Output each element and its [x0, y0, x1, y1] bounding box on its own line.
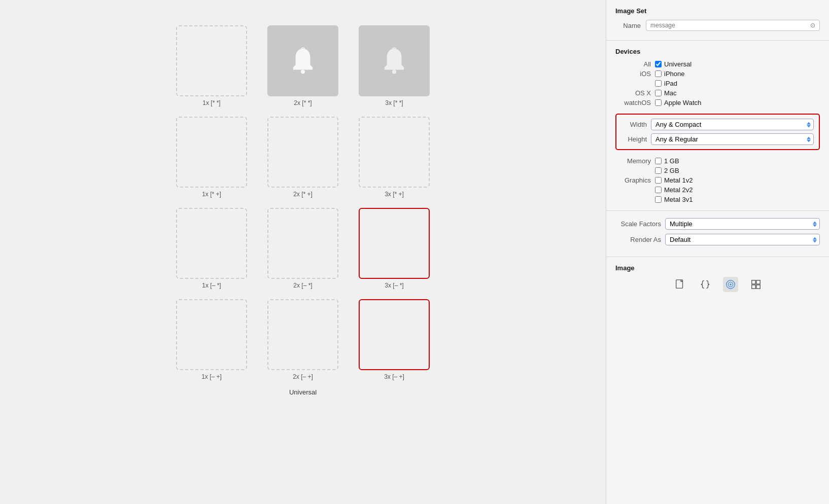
image-set-title: Image Set — [615, 7, 820, 15]
devices-title: Devices — [615, 48, 820, 55]
svg-point-5 — [730, 283, 732, 285]
mem-1gb-checkbox[interactable] — [655, 158, 662, 164]
cell-3x-minus-plus[interactable]: 3x [– +] — [354, 289, 435, 380]
scale-select[interactable]: Multiple Individual Single — [665, 218, 820, 230]
image-set-section: Image Set Name message ⊙ — [606, 0, 829, 41]
slot-1x-star-star[interactable] — [176, 25, 247, 96]
slot-1x-star-plus[interactable] — [176, 117, 247, 188]
apple-watch-checkbox[interactable] — [655, 99, 662, 106]
memory-row-1gb: Memory 1 GB — [615, 157, 820, 165]
iphone-label: iPhone — [664, 70, 684, 78]
cell-1x-minus-plus[interactable]: 1x [– +] — [171, 289, 252, 380]
clear-icon[interactable]: ⊙ — [810, 22, 815, 29]
slot-2x-minus-plus[interactable] — [267, 299, 338, 370]
memory-label: Memory — [615, 157, 651, 165]
graphics-label: Graphics — [615, 176, 651, 184]
height-select-wrapper: Any & Regular Any & Compact Compact Regu… — [651, 133, 814, 145]
width-select[interactable]: Any & Compact Any & Regular Compact Regu… — [651, 119, 814, 130]
svg-rect-8 — [751, 285, 755, 289]
g1v2-label: Metal 1v2 — [664, 176, 693, 184]
slot-3x-minus-star[interactable] — [359, 208, 430, 279]
cell-2x-star-star[interactable]: 2x [* *] — [262, 15, 343, 106]
mac-label: Mac — [664, 89, 677, 97]
render-row: Render As Default Original Template — [615, 234, 820, 245]
device-row-osx: OS X Mac — [615, 89, 820, 97]
ipad-checkbox-group: iPad — [655, 80, 677, 87]
label-1x-star-star: 1x [* *] — [202, 99, 220, 106]
slot-2x-star-star[interactable] — [267, 25, 338, 96]
memory-row-2gb: 2 GB — [615, 167, 820, 174]
universal-checkbox[interactable] — [655, 61, 662, 67]
cell-1x-star-star[interactable]: 1x [* *] — [171, 15, 252, 106]
svg-point-0 — [301, 70, 305, 74]
mem-2gb-label: 2 GB — [664, 167, 679, 174]
code-icon-button[interactable] — [698, 277, 713, 292]
cell-3x-star-plus[interactable]: 3x [* +] — [354, 106, 435, 198]
graphics-row-2v2: Metal 2v2 — [615, 186, 820, 194]
g1v2-group: Metal 1v2 — [655, 176, 693, 184]
name-field-label: Name — [615, 22, 641, 29]
scale-select-wrapper: Multiple Individual Single — [665, 218, 820, 230]
target-icon — [725, 279, 736, 290]
name-input-field[interactable]: message ⊙ — [646, 20, 820, 31]
slot-1x-minus-star[interactable] — [176, 208, 247, 279]
slot-3x-star-star[interactable] — [359, 25, 430, 96]
size-section: Width Any & Compact Any & Regular Compac… — [615, 114, 820, 150]
image-toolbar — [615, 277, 820, 292]
slot-3x-minus-plus[interactable] — [359, 299, 430, 370]
iphone-checkbox-group: iPhone — [655, 70, 684, 78]
cell-1x-minus-star[interactable]: 1x [– *] — [171, 198, 252, 289]
ipad-checkbox[interactable] — [655, 80, 662, 87]
svg-rect-6 — [751, 280, 755, 284]
universal-label: Universal — [289, 385, 317, 396]
width-select-wrapper: Any & Compact Any & Regular Compact Regu… — [651, 119, 814, 130]
device-row-ipad: iPad — [615, 80, 820, 87]
page-icon-button[interactable] — [672, 277, 687, 292]
cell-3x-star-star[interactable]: 3x [* *] — [354, 15, 435, 106]
g2v2-group: Metal 2v2 — [655, 186, 693, 194]
apple-watch-checkbox-group: Apple Watch — [655, 99, 701, 106]
g2v2-checkbox[interactable] — [655, 187, 662, 193]
render-select[interactable]: Default Original Template — [665, 234, 820, 245]
slot-3x-star-plus[interactable] — [359, 117, 430, 188]
label-3x-minus-plus: 3x [– +] — [384, 373, 404, 380]
image-grid: 1x [* *] 2x [* *] 3x [* *] — [166, 10, 440, 385]
g1v2-checkbox[interactable] — [655, 177, 662, 184]
mem-2gb-checkbox[interactable] — [655, 167, 662, 174]
label-1x-star-plus: 1x [* +] — [202, 191, 221, 198]
page-icon — [674, 279, 685, 290]
cell-2x-star-plus[interactable]: 2x [* +] — [262, 106, 343, 198]
image-section: Image — [606, 257, 829, 299]
slot-2x-minus-star[interactable] — [267, 208, 338, 279]
cell-1x-star-plus[interactable]: 1x [* +] — [171, 106, 252, 198]
apple-watch-label: Apple Watch — [664, 99, 701, 106]
label-2x-minus-star: 2x [– *] — [293, 282, 312, 289]
slot-1x-minus-plus[interactable] — [176, 299, 247, 370]
svg-rect-7 — [756, 280, 759, 284]
grid-icon — [750, 279, 762, 290]
mac-checkbox[interactable] — [655, 90, 662, 96]
mem-2gb-group: 2 GB — [655, 167, 679, 174]
g3v1-checkbox[interactable] — [655, 196, 662, 203]
g2v2-label: Metal 2v2 — [664, 186, 693, 194]
mem-1gb-label: 1 GB — [664, 157, 679, 165]
target-icon-button[interactable] — [723, 277, 738, 292]
width-row: Width Any & Compact Any & Regular Compac… — [621, 119, 814, 130]
iphone-checkbox[interactable] — [655, 70, 662, 77]
grid-icon-button[interactable] — [748, 277, 764, 292]
cell-2x-minus-plus[interactable]: 2x [– +] — [262, 289, 343, 380]
label-2x-minus-plus: 2x [– +] — [293, 373, 313, 380]
cell-2x-minus-star[interactable]: 2x [– *] — [262, 198, 343, 289]
watchos-label: watchOS — [615, 99, 651, 106]
osx-label: OS X — [615, 89, 651, 97]
all-label: All — [615, 60, 651, 68]
render-select-wrapper: Default Original Template — [665, 234, 820, 245]
image-title: Image — [615, 264, 820, 272]
bell-icon-2x — [287, 45, 319, 77]
g3v1-group: Metal 3v1 — [655, 196, 693, 203]
devices-section: Devices All Universal iOS iPhone — [606, 41, 829, 211]
cell-3x-minus-star[interactable]: 3x [– *] — [354, 198, 435, 289]
slot-2x-star-plus[interactable] — [267, 117, 338, 188]
height-select[interactable]: Any & Regular Any & Compact Compact Regu… — [651, 133, 814, 145]
render-label: Render As — [615, 236, 661, 243]
